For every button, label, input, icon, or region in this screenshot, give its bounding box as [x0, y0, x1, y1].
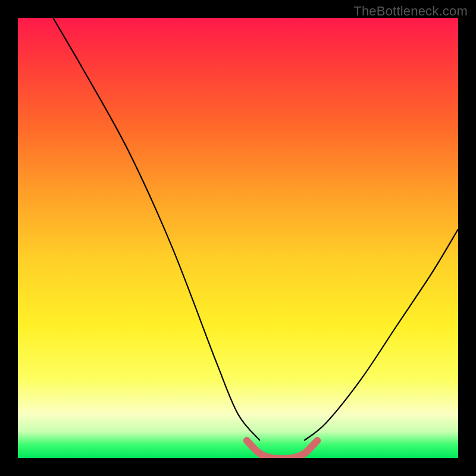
right-curve	[304, 229, 458, 440]
chart-frame: TheBottleneck.com	[0, 0, 476, 476]
bottom-flat-highlight	[247, 440, 317, 458]
watermark-text: TheBottleneck.com	[353, 4, 468, 19]
plot-area	[18, 18, 458, 458]
left-curve	[53, 18, 260, 440]
chart-svg	[18, 18, 458, 458]
